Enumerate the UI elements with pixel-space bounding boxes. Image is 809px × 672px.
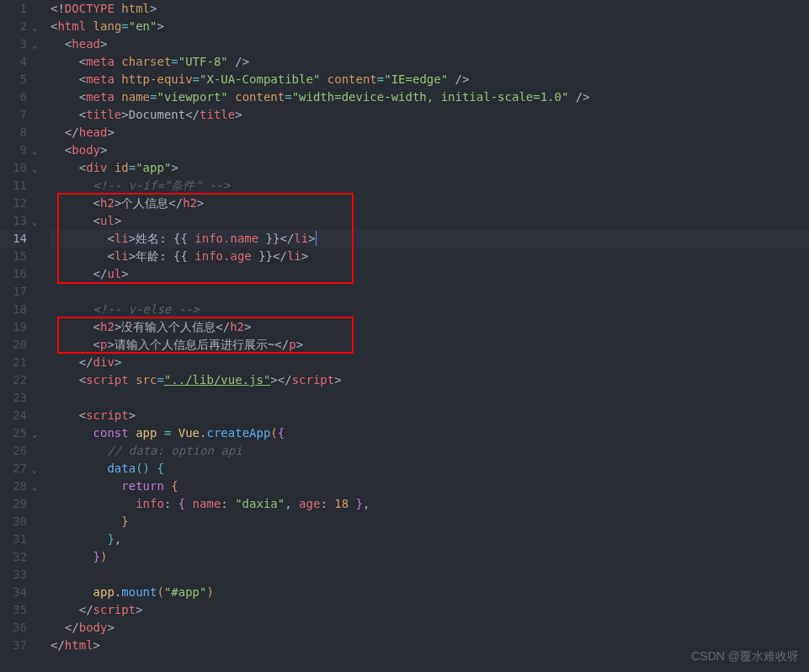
code-line[interactable]: <p>请输入个人信息后再进行展示~</p> xyxy=(51,336,809,354)
code-line[interactable]: <!DOCTYPE html> xyxy=(51,0,809,18)
code-line[interactable]: <meta charset="UTF-8" /> xyxy=(51,53,809,71)
watermark: CSDN @覆水难收呀 xyxy=(691,648,799,665)
code-line[interactable]: <script> xyxy=(51,407,809,424)
code-line[interactable] xyxy=(51,389,809,407)
code-line[interactable]: <h2>没有输入个人信息</h2> xyxy=(51,318,809,336)
code-line[interactable]: </ul> xyxy=(51,265,809,283)
line-number: 27⌄ xyxy=(0,460,27,477)
line-number: 23 xyxy=(0,389,27,407)
code-line[interactable]: }, xyxy=(51,531,809,548)
line-number: 34 xyxy=(0,584,27,601)
code-line[interactable]: <li>姓名: {{ info.name }}</li> xyxy=(51,230,809,248)
text-cursor xyxy=(316,231,317,246)
code-line[interactable]: <head> xyxy=(51,35,809,53)
code-line[interactable]: </div> xyxy=(51,354,809,371)
line-number: 17 xyxy=(0,283,27,301)
code-line[interactable]: app.mount("#app") xyxy=(51,584,809,601)
line-number: 35 xyxy=(0,601,27,619)
line-number: 33 xyxy=(0,566,27,584)
line-number: 18 xyxy=(0,301,27,318)
code-line[interactable]: <!-- v-else --> xyxy=(51,301,809,318)
code-line[interactable]: </script> xyxy=(51,601,809,619)
code-line[interactable] xyxy=(51,566,809,584)
line-number: 15 xyxy=(0,248,27,265)
code-line[interactable]: <title>Document</title> xyxy=(51,106,809,124)
line-number: 26 xyxy=(0,442,27,460)
line-number: 10⌄ xyxy=(0,159,27,177)
line-number: 12 xyxy=(0,195,27,212)
code-line[interactable]: <meta name="viewport" content="width=dev… xyxy=(51,88,809,106)
line-number: 37 xyxy=(0,637,27,654)
code-line[interactable]: info: { name: "daxia", age: 18 }, xyxy=(51,495,809,513)
line-number-gutter: 1 2⌄ 3⌄ 4 5 6 7 8 9⌄ 10⌄ 11 12 13⌄ 14 15… xyxy=(0,0,34,654)
line-number: 6 xyxy=(0,88,27,106)
code-line[interactable]: const app = Vue.createApp({ xyxy=(51,424,809,442)
code-editor[interactable]: 1 2⌄ 3⌄ 4 5 6 7 8 9⌄ 10⌄ 11 12 13⌄ 14 15… xyxy=(0,0,809,654)
line-number: 2⌄ xyxy=(0,18,27,35)
code-line[interactable]: data() { xyxy=(51,460,809,477)
line-number: 4 xyxy=(0,53,27,71)
code-line[interactable]: <li>年龄: {{ info.age }}</li> xyxy=(51,248,809,265)
code-line[interactable]: } xyxy=(51,513,809,531)
code-content[interactable]: <!DOCTYPE html> <html lang="en"> <head> … xyxy=(34,0,809,654)
code-line[interactable]: <div id="app"> xyxy=(51,159,809,177)
code-line[interactable]: <body> xyxy=(51,141,809,159)
line-number: 5 xyxy=(0,71,27,88)
line-number: 11 xyxy=(0,177,27,195)
line-number: 7 xyxy=(0,106,27,124)
line-number: 14 xyxy=(0,230,27,248)
line-number: 36 xyxy=(0,619,27,637)
code-line[interactable]: <h2>个人信息</h2> xyxy=(51,195,809,212)
code-line[interactable]: </head> xyxy=(51,124,809,141)
code-line[interactable]: // data: option api xyxy=(51,442,809,460)
line-number: 13⌄ xyxy=(0,212,27,230)
code-line[interactable] xyxy=(51,283,809,301)
line-number: 30 xyxy=(0,513,27,531)
line-number: 25⌄ xyxy=(0,424,27,442)
code-line[interactable]: }) xyxy=(51,548,809,566)
code-line[interactable]: <meta http-equiv="X-UA-Compatible" conte… xyxy=(51,71,809,88)
line-number: 28⌄ xyxy=(0,477,27,495)
code-line[interactable]: <script src="../lib/vue.js"></script> xyxy=(51,371,809,389)
code-line[interactable]: return { xyxy=(51,477,809,495)
line-number: 29 xyxy=(0,495,27,513)
line-number: 9⌄ xyxy=(0,141,27,159)
line-number: 8 xyxy=(0,124,27,141)
line-number: 1 xyxy=(0,0,27,18)
code-line[interactable]: </body> xyxy=(51,619,809,637)
line-number: 20 xyxy=(0,336,27,354)
code-line[interactable]: <ul> xyxy=(51,212,809,230)
line-number: 3⌄ xyxy=(0,35,27,53)
line-number: 21 xyxy=(0,354,27,371)
line-number: 31 xyxy=(0,531,27,548)
line-number: 16 xyxy=(0,265,27,283)
line-number: 24 xyxy=(0,407,27,424)
line-number: 22 xyxy=(0,371,27,389)
code-line[interactable]: <html lang="en"> xyxy=(51,18,809,35)
line-number: 32 xyxy=(0,548,27,566)
code-line[interactable]: <!-- v-if="条件" --> xyxy=(51,177,809,195)
line-number: 19 xyxy=(0,318,27,336)
